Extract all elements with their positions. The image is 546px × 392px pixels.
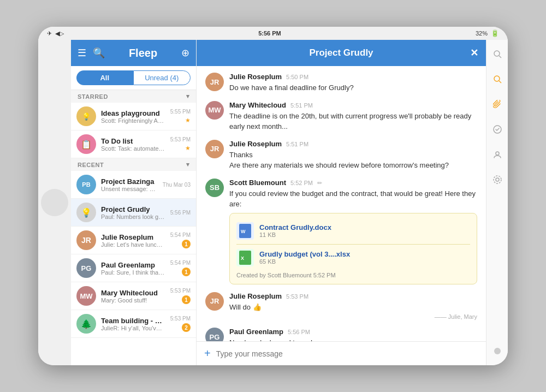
message-time: 5:51 PM [286, 141, 308, 147]
sidebar: ☰ 🔍 Fleep ⊕ All Unread (4) STARRED ▾ 💡 I… [71, 40, 197, 365]
svg-text:W: W [241, 229, 246, 234]
list-item[interactable]: JR Julie Roseplum Julie: Let's have lunc… [71, 227, 196, 254]
item-time: 5:53 PM [170, 316, 191, 322]
svg-point-9 [496, 152, 499, 155]
attachment-size: 11 KB [259, 231, 331, 238]
add-attachment-icon[interactable]: + [204, 347, 211, 360]
search-icon[interactable]: 🔍 [93, 47, 105, 59]
chat-title: Project Grudly [309, 47, 373, 58]
tab-unread[interactable]: Unread (4) [133, 70, 191, 85]
attachment-created: Created by Scott Bluemount 5:52 PM [236, 272, 470, 278]
close-icon[interactable]: ✕ [470, 47, 478, 59]
item-name: Julie Roseplum [101, 233, 165, 241]
avatar: PG [76, 258, 96, 278]
list-item[interactable]: PG Paul Greenlamp Paul: Sure, I think th… [71, 254, 196, 282]
menu-icon[interactable]: ☰ [78, 47, 86, 59]
search-right-icon[interactable] [490, 46, 505, 62]
sidebar-tabs: All Unread (4) [71, 66, 196, 90]
message-input[interactable] [216, 349, 478, 358]
table-row: PG Paul Greenlamp 5:56 PM Numbers look g… [205, 328, 477, 341]
item-preview: Scott: Frighteningly Ambit... [101, 117, 165, 124]
attachment-name: Grudly budget (vol 3....xlsx [259, 250, 350, 258]
chat-input-area: + [197, 341, 486, 365]
section-starred: STARRED ▾ [71, 90, 196, 103]
message-text: Numbers look good to me! [229, 337, 477, 341]
list-item[interactable]: 💡 Project Grudly Paul: Numbers look good… [71, 199, 196, 227]
item-name: Paul Greenlamp [101, 261, 165, 269]
chevron-down-icon: ▾ [186, 161, 190, 168]
table-row: MW Mary Whitecloud 5:51 PM The deadline … [205, 101, 477, 132]
avatar: JR [76, 230, 96, 250]
item-name: Team building - Peak District [101, 317, 165, 325]
star-icon: ★ [185, 145, 191, 152]
status-time: 5:56 PM [258, 30, 281, 37]
member-right-icon[interactable] [490, 147, 505, 162]
avatar: 💡 [76, 106, 96, 126]
svg-point-4 [494, 51, 500, 56]
read-receipt: —— Julie, Mary [229, 313, 477, 320]
left-bump-area [38, 40, 71, 365]
add-icon[interactable]: ⊕ [181, 47, 189, 59]
messages-area: JR Julie Roseplum 5:50 PM Do we have a f… [197, 66, 486, 341]
message-time: 5:50 PM [286, 74, 308, 80]
chat-header: Project Grudly ✕ [197, 40, 486, 66]
item-time: 5:56 PM [170, 210, 191, 216]
item-time: Thu Mar 03 [163, 182, 191, 188]
unread-badge: 2 [182, 323, 191, 332]
status-right: 32% 🔋 [476, 29, 499, 37]
item-time: 5:54 PM [170, 232, 191, 238]
item-name: Project Grudly [101, 205, 165, 213]
message-sender: Julie Roseplum [229, 140, 282, 148]
star-icon: ★ [185, 117, 191, 124]
list-item[interactable]: 🌲 Team building - Peak District JulieR: … [71, 310, 196, 338]
scroll-indicator [494, 348, 501, 354]
attachments-box: W Contract Grudly.docx 11 KB [229, 213, 477, 284]
item-name: To Do list [101, 137, 165, 145]
tab-all[interactable]: All [76, 70, 133, 85]
table-row: SB Scott Bluemount 5:52 PM ✏ If you coul… [205, 179, 477, 284]
list-item[interactable]: 📋 To Do list Scott: Task: automate stats… [71, 130, 196, 158]
chat-area: Project Grudly ✕ JR Julie Roseplum 5:50 … [197, 40, 486, 365]
item-time: 5:54 PM [170, 260, 191, 266]
table-row: JR Julie Roseplum 5:51 PM ThanksAre ther… [205, 140, 477, 171]
search-right-icon-2[interactable] [490, 72, 505, 87]
item-time: 5:53 PM [170, 136, 191, 142]
bump-circle [41, 189, 68, 216]
item-preview: Paul: Numbers look good t... [101, 213, 165, 220]
list-item[interactable]: 💡 Ideas playground Scott: Frighteningly … [71, 103, 196, 130]
status-bar: ✈ ◀▷ 5:56 PM 32% 🔋 [38, 27, 508, 40]
message-sender: Julie Roseplum [229, 292, 282, 300]
svg-point-11 [494, 176, 501, 183]
table-row: JR Julie Roseplum 5:53 PM Will do 👍 —— J… [205, 292, 477, 320]
message-text: ThanksAre there any materials we should … [229, 150, 477, 171]
item-preview: Scott: Task: automate stats... [101, 145, 165, 152]
docx-icon: W [236, 222, 254, 240]
airplane-icon: ✈ [47, 30, 52, 37]
item-name: Ideas playground [101, 109, 165, 117]
message-time: 5:51 PM [290, 102, 313, 109]
svg-point-10 [496, 178, 499, 181]
avatar: MW [205, 101, 224, 120]
edit-icon[interactable]: ✏ [317, 180, 322, 187]
attachment-right-icon[interactable] [490, 97, 505, 112]
xlsx-icon: X [236, 249, 254, 266]
message-sender: Paul Greenlamp [229, 328, 283, 336]
avatar: JR [205, 73, 224, 91]
item-preview: Mary: Good stuff! [101, 297, 165, 304]
list-item[interactable]: MW Mary Whitecloud Mary: Good stuff! 5:5… [71, 282, 196, 310]
list-item[interactable]: PB Project Bazinga Unsent message: Let's… [71, 171, 196, 199]
task-right-icon[interactable] [490, 122, 505, 137]
settings-right-icon[interactable] [490, 172, 505, 187]
attachment-item[interactable]: W Contract Grudly.docx 11 KB [236, 219, 470, 243]
attachment-item[interactable]: X Grudly budget (vol 3....xlsx 65 KB [236, 246, 470, 270]
message-time: 5:53 PM [286, 293, 308, 300]
avatar: 📋 [76, 134, 96, 154]
attachment-name: Contract Grudly.docx [259, 223, 331, 231]
svg-line-5 [499, 56, 501, 58]
message-time: 5:56 PM [288, 329, 310, 335]
section-recent: RECENT ▾ [71, 158, 196, 171]
avatar: SB [205, 179, 224, 197]
message-sender: Scott Bluemount [229, 179, 286, 187]
message-text: Will do 👍 [229, 302, 477, 313]
app-title: Fleep [111, 47, 175, 60]
